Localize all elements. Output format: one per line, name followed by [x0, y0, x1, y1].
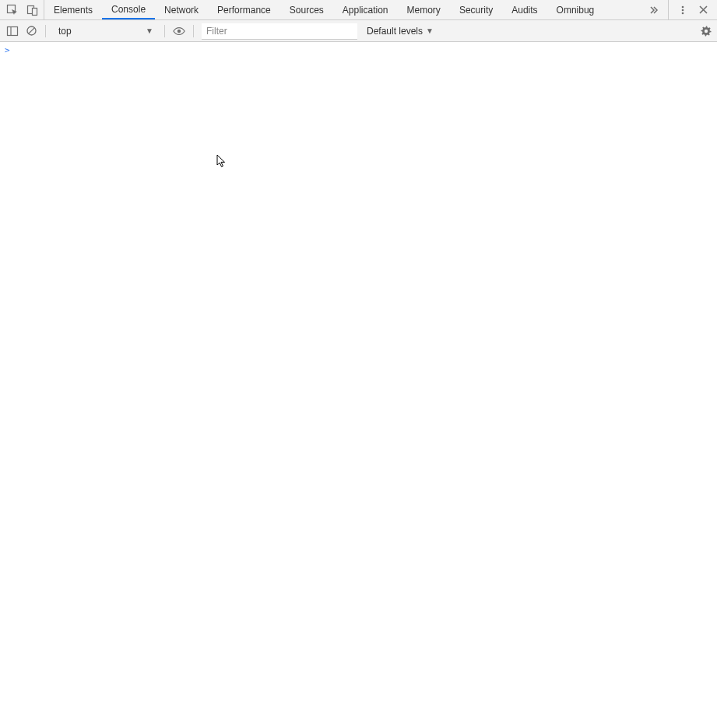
chevron-double-right-icon — [648, 4, 660, 16]
tabs-overflow-button[interactable] — [640, 0, 668, 19]
console-sidebar-toggle-icon[interactable] — [6, 25, 19, 37]
gear-icon[interactable] — [700, 25, 712, 37]
tabbar-left-controls — [0, 0, 44, 19]
tabbar-right-controls — [668, 0, 717, 19]
svg-point-11 — [705, 29, 708, 32]
tab-label: Sources — [290, 5, 324, 16]
svg-rect-6 — [8, 26, 18, 35]
toolbar-separator — [164, 25, 165, 37]
svg-point-3 — [682, 5, 684, 8]
chevron-down-icon: ▼ — [426, 26, 434, 35]
toolbar-separator — [193, 25, 194, 37]
tab-label: Performance — [217, 5, 271, 16]
toolbar-separator — [45, 25, 46, 37]
tabbar-tabs: Elements Console Network Performance Sou… — [44, 0, 640, 19]
clear-console-icon[interactable] — [25, 25, 37, 37]
filter-input[interactable] — [202, 23, 357, 39]
log-levels-label: Default levels — [367, 26, 423, 37]
console-prompt: > — [5, 45, 10, 55]
tab-label: Application — [343, 5, 388, 16]
tab-elements[interactable]: Elements — [44, 0, 102, 19]
tab-console[interactable]: Console — [102, 0, 155, 19]
context-selector-value: top — [58, 26, 72, 37]
tab-omnibug[interactable]: Omnibug — [547, 0, 604, 19]
tab-label: Console — [111, 4, 146, 15]
tab-label: Omnibug — [557, 5, 595, 16]
console-toolbar: top ▼ Default levels ▼ — [0, 20, 717, 42]
close-icon[interactable] — [697, 4, 709, 16]
console-body[interactable]: > — [0, 42, 717, 728]
cursor-icon — [216, 154, 227, 171]
tab-performance[interactable]: Performance — [208, 0, 280, 19]
devtools-tabbar: Elements Console Network Performance Sou… — [0, 0, 717, 20]
log-levels-selector[interactable]: Default levels ▼ — [364, 26, 437, 37]
tab-sources[interactable]: Sources — [280, 0, 333, 19]
tab-application[interactable]: Application — [333, 0, 398, 19]
live-expression-icon[interactable] — [173, 25, 185, 37]
device-toolbar-icon[interactable] — [26, 4, 39, 16]
tab-label: Audits — [511, 5, 537, 16]
svg-point-10 — [177, 29, 181, 32]
tab-security[interactable]: Security — [450, 0, 502, 19]
svg-line-9 — [28, 28, 34, 34]
tab-network[interactable]: Network — [155, 0, 208, 19]
context-selector[interactable]: top ▼ — [54, 23, 156, 39]
tab-label: Security — [459, 5, 493, 16]
inspect-element-icon[interactable] — [6, 4, 19, 16]
svg-point-5 — [682, 12, 684, 14]
kebab-menu-icon[interactable] — [677, 4, 689, 16]
tab-label: Network — [164, 5, 199, 16]
tab-audits[interactable]: Audits — [502, 0, 547, 19]
tab-label: Memory — [407, 5, 441, 16]
tab-memory[interactable]: Memory — [398, 0, 450, 19]
svg-rect-2 — [33, 8, 37, 15]
svg-point-4 — [682, 9, 684, 11]
chevron-down-icon: ▼ — [146, 26, 153, 35]
tab-label: Elements — [54, 5, 93, 16]
